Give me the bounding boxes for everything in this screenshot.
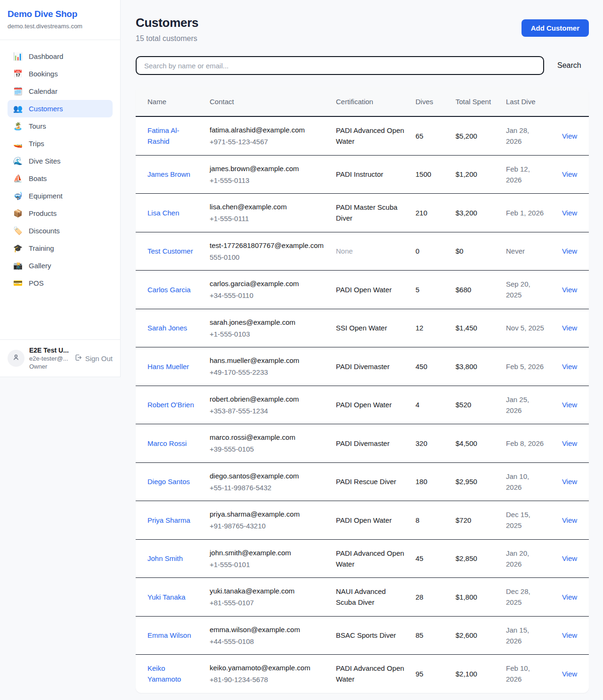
view-customer-link[interactable]: View [562,324,577,332]
view-customer-link[interactable]: View [562,247,577,255]
tours-icon: 🏝️ [13,123,23,130]
sidebar-item-bookings[interactable]: 📅 Bookings [8,65,113,82]
user-avatar-icon [12,353,20,363]
customer-dives: 28 [410,578,450,617]
customer-contact: john.smith@example.com +1-555-0101 [204,539,330,578]
customer-email: hans.mueller@example.com [210,355,325,366]
table-row: John Smith john.smith@example.com +1-555… [136,539,589,578]
sidebar-item-equipment[interactable]: 🤿 Equipment [8,187,113,205]
customer-dives: 1500 [410,155,450,194]
customer-name-link[interactable]: Diego Santos [147,478,190,486]
search-input[interactable] [136,56,544,75]
search-button[interactable]: Search [557,61,581,70]
shop-domain: demo.test.divestreams.com [8,23,113,30]
sidebar-item-customers[interactable]: 👥 Customers [8,100,113,117]
sidebar-item-label: Tours [29,122,46,130]
view-customer-link[interactable]: View [562,554,577,562]
sidebar-item-label: POS [29,279,44,287]
customer-dives: 320 [410,424,450,463]
table-row: James Brown james.brown@example.com +1-5… [136,155,589,194]
customer-total-spent: $1,200 [450,155,500,194]
customer-phone: 555-0100 [210,252,325,263]
view-customer-link[interactable]: View [562,286,577,294]
customer-contact: lisa.chen@example.com +1-555-0111 [204,194,330,232]
view-customer-link[interactable]: View [562,631,577,639]
customer-last-dive: Sep 20, 2025 [500,271,550,309]
customers-table-card: NameContactCertificationDivesTotal Spent… [136,87,589,693]
sidebar-item-calendar[interactable]: 🗓️ Calendar [8,82,113,100]
customer-phone: +34-555-0110 [210,290,325,301]
customer-name-link[interactable]: Hans Mueller [147,362,189,371]
view-customer-link[interactable]: View [562,132,577,140]
sign-out-button[interactable]: Sign Out [74,354,113,363]
customer-name-link[interactable]: Marco Rossi [147,439,187,447]
sidebar-item-label: Products [29,209,57,217]
customer-name-link[interactable]: Lisa Chen [147,209,179,217]
customer-dives: 65 [410,116,450,155]
customer-name-link[interactable]: Yuki Tanaka [147,593,186,601]
customers-table: NameContactCertificationDivesTotal Spent… [136,87,589,693]
customer-name-link[interactable]: Emma Wilson [147,631,191,639]
customer-dives: 45 [410,539,450,578]
view-customer-link[interactable]: View [562,670,577,678]
column-header-certification: Certification [330,87,410,116]
view-customer-link[interactable]: View [562,439,577,447]
customer-total-spent: $1,450 [450,309,500,347]
customer-email: fatima.alrashid@example.com [210,124,325,135]
sidebar-item-dashboard[interactable]: 📊 Dashboard [8,48,113,65]
customer-contact: james.brown@example.com +1-555-0113 [204,155,330,194]
view-customer-link[interactable]: View [562,170,577,178]
customer-name-link[interactable]: Test Customer [147,247,193,255]
customer-contact: test-1772681807767@example.com 555-0100 [204,232,330,271]
view-customer-link[interactable]: View [562,516,577,524]
sidebar-item-discounts[interactable]: 🏷️ Discounts [8,222,113,239]
customer-dives: 180 [410,462,450,501]
view-customer-link[interactable]: View [562,401,577,409]
table-row: Test Customer test-1772681807767@example… [136,232,589,271]
customer-certification: None [330,232,410,271]
customer-last-dive: Feb 12, 2026 [500,155,550,194]
customer-count: 15 total customers [136,34,198,43]
customer-last-dive: Never [500,232,550,271]
customer-name-link[interactable]: Robert O'Brien [147,401,194,409]
customer-certification: SSI Open Water [330,309,410,347]
column-header-dives: Dives [410,87,450,116]
add-customer-button[interactable]: Add Customer [522,19,589,37]
products-icon: 📦 [13,210,23,217]
customer-phone: +55-11-99876-5432 [210,482,325,493]
table-row: Carlos Garcia carlos.garcia@example.com … [136,271,589,309]
view-customer-link[interactable]: View [562,362,577,371]
customer-last-dive: Feb 10, 2026 [500,655,550,693]
sidebar-item-label: Gallery [29,262,51,270]
sidebar-item-boats[interactable]: ⛵ Boats [8,170,113,187]
customer-contact: hans.mueller@example.com +49-170-555-223… [204,347,330,386]
customer-certification: PADI Divemaster [330,347,410,386]
customer-name-link[interactable]: James Brown [147,170,190,178]
sidebar-user-section: E2E Test U... e2e-tester@... Owner Sign … [0,339,120,377]
customer-total-spent: $3,200 [450,194,500,232]
shop-name: Demo Dive Shop [8,9,113,19]
customer-email: james.brown@example.com [210,163,325,174]
customer-name-link[interactable]: Carlos Garcia [147,286,191,294]
sidebar-item-gallery[interactable]: 📸 Gallery [8,257,113,274]
customer-last-dive: Jan 25, 2026 [500,386,550,424]
customer-name-link[interactable]: Fatima Al-Rashid [147,126,179,145]
sidebar-item-pos[interactable]: 💳 POS [8,274,113,292]
gallery-icon: 📸 [13,262,23,270]
customer-name-link[interactable]: Keiko Yamamoto [147,664,181,683]
sidebar-item-products[interactable]: 📦 Products [8,205,113,222]
sidebar-item-tours[interactable]: 🏝️ Tours [8,117,113,135]
customer-dives: 12 [410,309,450,347]
customer-total-spent: $2,950 [450,462,500,501]
sidebar-item-dive-sites[interactable]: 🌊 Dive Sites [8,152,113,170]
view-customer-link[interactable]: View [562,593,577,601]
view-customer-link[interactable]: View [562,478,577,486]
customer-name-link[interactable]: John Smith [147,554,183,562]
sidebar-item-training[interactable]: 🎓 Training [8,239,113,257]
customer-email: robert.obrien@example.com [210,394,325,404]
user-meta: E2E Test U... e2e-tester@... Owner [29,346,69,370]
sidebar-item-trips[interactable]: 🚤 Trips [8,135,113,152]
customer-name-link[interactable]: Priya Sharma [147,516,190,524]
view-customer-link[interactable]: View [562,209,577,217]
customer-name-link[interactable]: Sarah Jones [147,324,187,332]
